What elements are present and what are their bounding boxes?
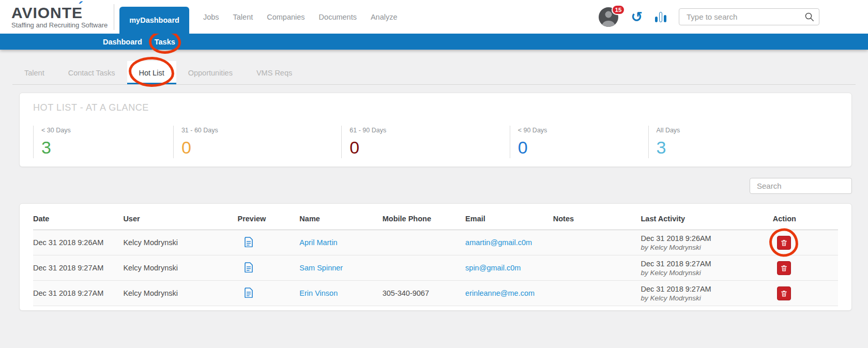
col-notes[interactable]: Notes [553, 204, 641, 230]
subnav-dashboard[interactable]: Dashboard [103, 38, 142, 46]
cell-date: Dec 31 2018 9:26AM [33, 230, 123, 255]
hot-list-table-card: Date User Preview Name Mobile Phone Emai… [19, 203, 852, 311]
last-activity-time: Dec 31 2018 9:26AM [641, 234, 769, 243]
stat-label: < 30 Days [41, 127, 173, 134]
preview-document-icon[interactable] [245, 237, 253, 247]
cell-action [773, 255, 838, 281]
app-window: AVIONTE´ Staffing and Recruiting Softwar… [0, 0, 868, 348]
cell-user: Kelcy Modrynski [123, 255, 237, 281]
trash-icon [780, 239, 788, 247]
talent-name-link[interactable]: April Martin [299, 238, 337, 247]
global-search-input[interactable] [679, 8, 819, 25]
tab-vms-reqs[interactable]: VMS Reqs [245, 61, 304, 84]
table-search-area [16, 178, 852, 194]
nav-documents[interactable]: Documents [319, 13, 357, 21]
bar-1 [655, 17, 658, 22]
logo-accent-mark: ´ [78, 0, 84, 15]
delete-button[interactable] [777, 286, 791, 300]
subnav-tasks[interactable]: Tasks [155, 38, 175, 46]
col-preview[interactable]: Preview [237, 204, 299, 230]
stat-61-90-days: 61 - 90 Days 0 [341, 126, 509, 158]
stat-value: 0 [518, 139, 648, 156]
cell-email: erinleanne@me.com [465, 281, 553, 306]
tab-opportunities[interactable]: Opportunities [176, 61, 245, 84]
sub-navigation-bar: Dashboard Tasks [0, 34, 868, 50]
global-search [679, 8, 819, 25]
col-email[interactable]: Email [465, 204, 553, 230]
stat-label: All Days [657, 127, 838, 134]
last-activity-by: by Kelcy Modrynski [641, 269, 769, 277]
email-link[interactable]: erinleanne@me.com [465, 289, 535, 297]
stat-label: < 90 Days [518, 127, 648, 134]
tab-hot-list[interactable]: Hot List [127, 61, 176, 84]
col-last-activity[interactable]: Last Activity [641, 204, 772, 230]
avionte-logo[interactable]: AVIONTE´ Staffing and Recruiting Softwar… [11, 5, 108, 29]
user-avatar-wrap: 15 [599, 7, 618, 27]
cell-name: Erin Vinson [299, 281, 382, 306]
hot-list-glance-card: HOT LIST - AT A GLANCE < 30 Days 3 31 - … [19, 93, 852, 167]
cell-user: Kelcy Modrynski [123, 230, 237, 255]
preview-document-icon[interactable] [245, 262, 253, 273]
cell-last-activity: Dec 31 2018 9:27AM by Kelcy Modrynski [641, 281, 772, 306]
cell-mobile [383, 230, 465, 255]
bar-2 [659, 12, 662, 22]
cell-notes [553, 255, 641, 281]
email-link[interactable]: amartin@gmail.c0m [465, 238, 532, 247]
cell-mobile: 305-340-9067 [383, 281, 465, 306]
last-activity-by: by Kelcy Modrynski [641, 244, 769, 251]
cell-action [773, 230, 838, 255]
col-mobile-phone[interactable]: Mobile Phone [383, 204, 465, 230]
cell-email: amartin@gmail.c0m [465, 230, 553, 255]
tab-talent[interactable]: Talent [12, 61, 56, 84]
tab-hot-list-label: Hot List [139, 69, 164, 77]
stat-value: 3 [41, 139, 173, 156]
col-action[interactable]: Action [773, 204, 838, 230]
main-navigation: myDashboard Jobs Talent Companies Docume… [119, 0, 397, 34]
nav-jobs[interactable]: Jobs [203, 13, 219, 21]
stat-label: 31 - 60 Days [181, 127, 341, 134]
preview-document-icon[interactable] [245, 288, 253, 298]
talent-name-link[interactable]: Sam Spinner [299, 264, 343, 272]
top-bar: AVIONTE´ Staffing and Recruiting Softwar… [0, 0, 868, 34]
delete-button[interactable] [777, 261, 791, 275]
refresh-icon[interactable]: ↺ [631, 10, 643, 24]
cell-name: Sam Spinner [299, 255, 382, 281]
notification-badge[interactable]: 15 [612, 5, 626, 15]
cell-preview [237, 255, 299, 281]
stat-over-90-days: < 90 Days 0 [510, 126, 648, 158]
table-search-input[interactable] [750, 178, 852, 194]
subnav-tasks-label: Tasks [155, 38, 175, 46]
nav-companies[interactable]: Companies [267, 13, 304, 21]
cell-user: Kelcy Modrynski [123, 281, 237, 306]
nav-analyze[interactable]: Analyze [371, 13, 398, 21]
nav-mydashboard[interactable]: myDashboard [119, 7, 189, 34]
col-date[interactable]: Date [33, 204, 123, 230]
bar-chart-icon[interactable] [655, 12, 666, 22]
table-row: Dec 31 2018 9:27AM Kelcy Modrynski [33, 255, 838, 281]
top-bar-actions: 15 ↺ [599, 0, 819, 34]
col-name[interactable]: Name [299, 204, 382, 230]
last-activity-by: by Kelcy Modrynski [641, 294, 769, 302]
stat-label: 61 - 90 Days [349, 127, 509, 134]
talent-name-link[interactable]: Erin Vinson [299, 289, 338, 297]
cell-date: Dec 31 2018 9:27AM [33, 255, 123, 281]
logo-wordmark: AVIONTE´ [11, 5, 108, 21]
last-activity-time: Dec 31 2018 9:27AM [641, 285, 769, 293]
logo-tagline: Staffing and Recruiting Software [11, 21, 108, 29]
cell-date: Dec 31 2018 9:27AM [33, 281, 123, 306]
email-link[interactable]: spin@gmail.c0m [465, 264, 521, 272]
nav-talent[interactable]: Talent [233, 13, 253, 21]
logo-divider [114, 4, 114, 30]
trash-icon [780, 290, 788, 297]
cell-mobile [383, 255, 465, 281]
stat-value: 0 [181, 139, 341, 156]
delete-button[interactable] [777, 236, 791, 250]
glance-title: HOT LIST - AT A GLANCE [33, 102, 838, 113]
search-icon[interactable] [804, 12, 814, 22]
cell-last-activity: Dec 31 2018 9:26AM by Kelcy Modrynski [641, 230, 772, 255]
table-row: Dec 31 2018 9:27AM Kelcy Modrynski [33, 281, 838, 306]
col-user[interactable]: User [123, 204, 237, 230]
table-row: Dec 31 2018 9:26AM Kelcy Modrynski [33, 230, 838, 255]
tasks-tab-bar: Talent Contact Tasks Hot List Opportunit… [12, 61, 856, 85]
tab-contact-tasks[interactable]: Contact Tasks [56, 61, 127, 84]
